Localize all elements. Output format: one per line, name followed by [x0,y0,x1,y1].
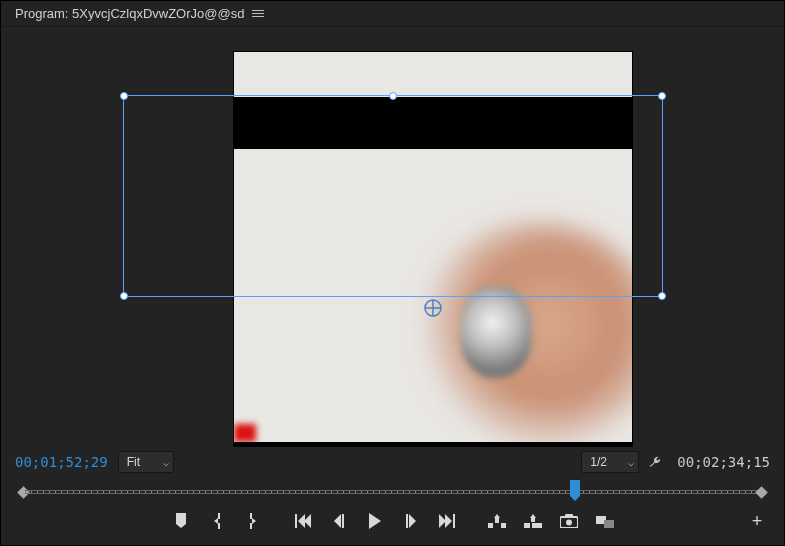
playhead[interactable] [570,480,580,496]
timeline-scroll-right[interactable] [755,486,768,499]
play-button[interactable] [364,510,386,532]
extract-button[interactable] [522,510,544,532]
export-frame-button[interactable] [558,510,580,532]
mark-out-button[interactable] [242,510,264,532]
bbox-handle-top-right[interactable] [658,92,666,100]
svg-rect-8 [501,523,506,528]
button-editor-plus[interactable]: + [748,512,766,530]
settings-wrench-icon[interactable] [649,453,667,471]
svg-rect-11 [532,523,542,528]
svg-rect-6 [453,514,455,528]
svg-rect-10 [524,523,530,528]
go-to-out-button[interactable] [436,510,458,532]
svg-rect-3 [295,514,297,528]
timeline-ruler[interactable] [25,490,760,494]
control-row: 00;01;52;29 Fit ⌵ 1/2 ⌵ 00;02;34;15 [1,443,784,481]
chevron-down-icon: ⌵ [628,457,634,468]
panel-header: Program: 5XyvcjCzlqxDvwZOrJo@@sd [1,1,784,27]
step-back-button[interactable] [328,510,350,532]
video-content-accent [234,424,256,442]
step-forward-button[interactable] [400,510,422,532]
video-content-coin [460,286,532,378]
timecode-current[interactable]: 00;01;52;29 [15,454,108,470]
resolution-dropdown[interactable]: 1/2 ⌵ [581,451,639,473]
timecode-total: 00;02;34;15 [677,454,770,470]
svg-rect-12 [531,518,535,522]
chevron-down-icon: ⌵ [163,457,169,468]
bbox-handle-top-mid[interactable] [389,92,397,100]
panel-title: Program: 5XyvcjCzlqxDvwZOrJo@@sd [15,6,244,21]
transport-bar: + [1,503,784,539]
svg-rect-15 [565,514,573,518]
letterbox-bottom [234,442,632,446]
mini-timeline[interactable] [17,481,768,503]
video-frame [233,51,633,447]
svg-point-14 [566,520,572,526]
letterbox-top [234,97,632,149]
zoom-dropdown[interactable]: Fit ⌵ [118,451,174,473]
resolution-dropdown-label: 1/2 [590,455,607,469]
canvas [123,35,663,435]
svg-rect-5 [406,514,408,528]
bbox-handle-top-left[interactable] [120,92,128,100]
svg-rect-7 [488,523,493,528]
mark-in-button[interactable] [206,510,228,532]
add-marker-button[interactable] [170,510,192,532]
lift-button[interactable] [486,510,508,532]
bbox-handle-mid-right[interactable] [658,292,666,300]
anchor-point-icon[interactable] [423,298,443,318]
comparison-view-button[interactable] [594,510,616,532]
program-viewport[interactable] [1,27,784,443]
go-to-in-button[interactable] [292,510,314,532]
svg-rect-4 [342,514,344,528]
svg-rect-9 [495,518,499,523]
panel-menu-icon[interactable] [252,10,264,17]
svg-rect-17 [604,520,614,528]
zoom-dropdown-label: Fit [127,455,140,469]
bbox-handle-mid-left[interactable] [120,292,128,300]
